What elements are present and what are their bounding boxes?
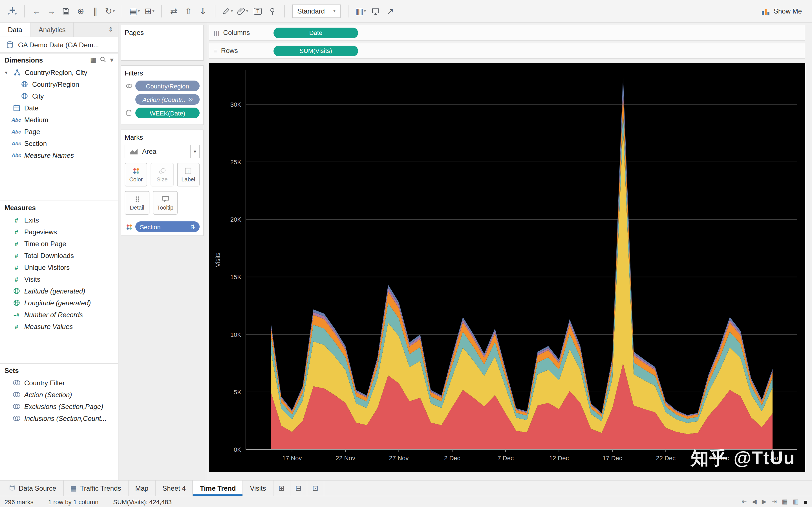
pin-glyph	[268, 7, 276, 15]
new-dashboard-tab-icon[interactable]: ⊟	[290, 481, 307, 496]
duplicate-sheet-icon[interactable]: ⊞▾	[143, 4, 156, 18]
section-yellow[interactable]	[271, 127, 772, 434]
show-cards-icon[interactable]: ▥▾	[354, 4, 368, 18]
format-links-icon[interactable]: ▾	[236, 4, 250, 18]
measure-field-measure-values[interactable]: # Measure Values	[0, 321, 118, 332]
tab-data[interactable]: Data	[0, 22, 31, 37]
presentation-mode-icon[interactable]	[369, 4, 382, 18]
measure-field-longitude[interactable]: Longitude (generated)	[0, 297, 118, 309]
active-thumbnail-icon[interactable]: ■	[804, 498, 808, 505]
marks-card[interactable]: Marks Area ▾ Color Size T L	[121, 129, 204, 236]
text-annotation-icon[interactable]: T	[251, 4, 264, 18]
tab-data-source[interactable]: Data Source	[2, 481, 63, 496]
field-label: Country/Region	[32, 80, 79, 88]
measure-field-number-of-records[interactable]: =# Number of Records	[0, 309, 118, 321]
previous-sheet-icon[interactable]: ◀	[752, 498, 757, 505]
filter-pill-action[interactable]: Action (Countr.. ⊘	[135, 94, 200, 105]
dimension-field-date[interactable]: Date	[0, 102, 118, 114]
filter-pill-week-date[interactable]: WEEK(Date)	[135, 108, 200, 118]
detail-label: Detail	[130, 204, 144, 210]
view-as-grid-icon[interactable]: ▦	[90, 56, 96, 64]
highlight-icon[interactable]: ▾	[220, 4, 235, 18]
caret-down-icon: ▾	[333, 8, 336, 13]
measure-field-time-on-page[interactable]: # Time on Page	[0, 238, 118, 249]
measure-field-exits[interactable]: # Exits	[0, 214, 118, 226]
measure-field-unique-visitors[interactable]: # Unique Visitors	[0, 262, 118, 273]
rows-pill-sum-visits[interactable]: SUM(Visits)	[273, 45, 358, 56]
dimension-field-hierarchy[interactable]: ▾ Country/Region, City	[0, 66, 118, 78]
dimension-field-medium[interactable]: Abc Medium	[0, 114, 118, 126]
show-me-button[interactable]: Show Me	[757, 7, 806, 15]
tooltip-button[interactable]: Tooltip	[153, 191, 177, 215]
tab-time-trend[interactable]: Time Trend	[193, 481, 243, 496]
pages-drop-area[interactable]	[124, 40, 200, 57]
redo-icon[interactable]: →	[45, 4, 58, 18]
columns-pill-date[interactable]: Date	[273, 27, 358, 38]
visits-area-chart[interactable]: 0K5K10K15K20K25K30K17 Nov22 Nov27 Nov2 D…	[209, 63, 805, 472]
chevron-down-icon[interactable]: ▾	[3, 69, 9, 75]
search-icon[interactable]	[100, 56, 106, 64]
sort-ascending-icon[interactable]: ⇧	[182, 4, 195, 18]
label-button[interactable]: T Label	[177, 163, 200, 186]
dimension-field-city[interactable]: City	[0, 90, 118, 102]
marks-pill-section[interactable]: Section ⇅	[135, 221, 200, 232]
dimension-field-section[interactable]: Abc Section	[0, 137, 118, 149]
last-sheet-icon[interactable]: ⇥	[772, 498, 777, 505]
new-worksheet-tab-icon[interactable]: ⊞	[273, 481, 290, 496]
measure-field-latitude[interactable]: Latitude (generated)	[0, 285, 118, 297]
caret-down-icon[interactable]: ▾	[190, 145, 199, 158]
tab-sheet-4[interactable]: Sheet 4	[156, 481, 193, 496]
tab-analytics[interactable]: Analytics	[31, 22, 74, 37]
dimension-field-page[interactable]: Abc Page	[0, 126, 118, 137]
tab-traffic-trends[interactable]: ▦ Traffic Trends	[63, 481, 128, 496]
refresh-icon[interactable]: ↻▾	[103, 4, 117, 18]
new-datasource-icon[interactable]: ⊕	[74, 4, 87, 18]
save-icon[interactable]	[59, 4, 73, 18]
dimension-field-country[interactable]: Country/Region	[0, 78, 118, 90]
rows-shelf-label: ≡ Rows	[214, 47, 268, 55]
detail-button[interactable]: Detail	[124, 191, 149, 215]
set-icon	[11, 392, 21, 398]
set-field-country-filter[interactable]: Country Filter	[0, 377, 118, 389]
filmstrip-icon[interactable]: ▥	[793, 498, 799, 505]
pages-card[interactable]: Pages	[121, 25, 204, 61]
color-button[interactable]: Color	[124, 163, 147, 186]
tab-label: Visits	[250, 484, 266, 492]
set-field-inclusions[interactable]: Inclusions (Section,Count...	[0, 412, 118, 424]
dimension-field-measure-names[interactable]: Abc Measure Names	[0, 149, 118, 161]
measures-header: Measures	[0, 201, 118, 214]
measure-field-pageviews[interactable]: # Pageviews	[0, 226, 118, 238]
filters-card[interactable]: Filters Country/Region Action (Countr.. …	[121, 65, 204, 125]
pane-menu-icon[interactable]: ▾	[110, 56, 113, 64]
tab-map[interactable]: Map	[129, 481, 156, 496]
svg-text:22 Nov: 22 Nov	[336, 455, 355, 462]
visits-area-chart-svg[interactable]: 0K5K10K15K20K25K30K17 Nov22 Nov27 Nov2 D…	[209, 63, 805, 472]
share-icon[interactable]: ↗	[384, 4, 397, 18]
new-worksheet-icon[interactable]: ▤▾	[128, 4, 142, 18]
toolbar-separator	[284, 5, 285, 17]
swap-axes-icon[interactable]: ⇄	[167, 4, 181, 18]
fit-select[interactable]: Standard ▾	[292, 4, 340, 18]
datasource-item[interactable]: GA Demo Data (GA Dem...	[0, 37, 118, 53]
sheet-sorter-icon[interactable]: ▦	[782, 498, 788, 505]
measure-field-total-downloads[interactable]: # Total Downloads	[0, 249, 118, 262]
layout-summary: 1 row by 1 column	[48, 498, 99, 505]
columns-shelf[interactable]: ||| Columns Date	[209, 25, 805, 41]
set-field-action-section[interactable]: Action (Section)	[0, 389, 118, 400]
swap-panes-icon[interactable]: ⇕	[104, 22, 118, 37]
paperclip-glyph	[238, 7, 245, 15]
first-sheet-icon[interactable]: ⇤	[742, 498, 747, 505]
tab-visits[interactable]: Visits	[243, 481, 273, 496]
next-sheet-icon[interactable]: ▶	[762, 498, 767, 505]
new-story-tab-icon[interactable]: ⊡	[307, 481, 324, 496]
drop-lines-icon[interactable]	[266, 4, 279, 18]
set-field-exclusions[interactable]: Exclusions (Section,Page)	[0, 400, 118, 412]
filter-pill-country-region[interactable]: Country/Region	[135, 80, 200, 91]
rows-shelf[interactable]: ≡ Rows SUM(Visits)	[209, 43, 805, 59]
mark-type-dropdown[interactable]: Area ▾	[124, 145, 200, 158]
pause-updates-icon[interactable]: ∥	[89, 4, 102, 18]
measure-field-visits[interactable]: # Visits	[0, 273, 118, 285]
tableau-logo-icon[interactable]	[6, 4, 19, 18]
undo-icon[interactable]: ←	[30, 4, 43, 18]
sort-descending-icon[interactable]: ⇩	[196, 4, 210, 18]
